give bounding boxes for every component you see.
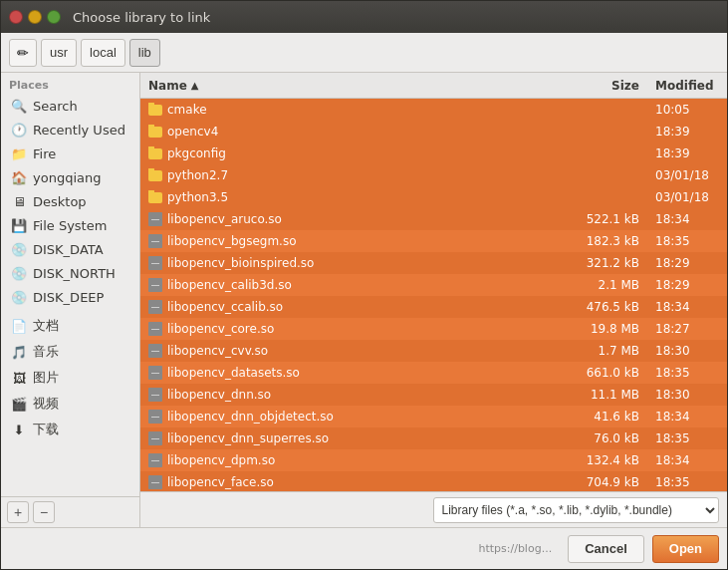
file-modified-cell: 18:35 [647, 431, 727, 445]
minimize-button[interactable] [28, 10, 42, 24]
folder-icon [148, 127, 162, 138]
table-row[interactable]: python2.7 03/01/18 [140, 164, 727, 186]
file-name-cell: libopencv_dnn.so [140, 388, 568, 402]
file-modified-cell: 18:35 [647, 475, 727, 489]
table-row[interactable]: libopencv_calib3d.so 2.1 MB 18:29 [140, 274, 727, 296]
sidebar-item-disk-north[interactable]: 💿 DISK_NORTH [3, 261, 137, 285]
table-row[interactable]: opencv4 18:39 [140, 121, 727, 142]
sidebar-item-videos[interactable]: 🎬 视频 [3, 391, 137, 417]
table-row[interactable]: python3.5 03/01/18 [140, 186, 727, 208]
file-name-cell: libopencv_ccalib.so [140, 300, 568, 314]
sidebar-item-pictures[interactable]: 🖼 图片 [3, 365, 137, 391]
pencil-icon: ✏ [17, 45, 29, 61]
sidebar-item-downloads[interactable]: ⬇ 下载 [3, 417, 137, 442]
path-lib-button[interactable]: lib [129, 39, 160, 67]
table-row[interactable]: libopencv_dpm.so 132.4 kB 18:34 [140, 449, 727, 471]
path-usr-button[interactable]: usr [41, 39, 77, 67]
sidebar-item-documents[interactable]: 📄 文档 [3, 313, 137, 339]
table-row[interactable]: libopencv_ccalib.so 476.5 kB 18:34 [140, 296, 727, 318]
file-size-cell: 19.8 MB [568, 322, 647, 336]
file-name-cell: libopencv_dnn_objdetect.so [140, 410, 568, 424]
home-icon: 🏠 [11, 169, 27, 185]
file-name-cell: pkgconfig [140, 146, 568, 160]
table-row[interactable]: libopencv_cvv.so 1.7 MB 18:30 [140, 340, 727, 362]
sidebar: Places 🔍 Search 🕐 Recently Used 📁 Fire 🏠… [1, 73, 140, 527]
sidebar-item-disk-deep-label: DISK_DEEP [33, 290, 104, 305]
file-filter-dropdown[interactable]: Library files (*.a, *.so, *.lib, *.dylib… [433, 497, 720, 523]
table-row[interactable]: pkgconfig 18:39 [140, 142, 727, 164]
so-file-icon [148, 256, 162, 270]
file-modified-cell: 18:27 [647, 322, 727, 336]
table-row[interactable]: cmake 10:05 [140, 99, 727, 121]
file-size-cell: 704.9 kB [568, 475, 647, 489]
file-size-cell: 522.1 kB [568, 212, 647, 226]
so-file-icon [148, 410, 162, 424]
sidebar-bottom: + − [1, 496, 139, 527]
file-modified-cell: 18:34 [647, 300, 727, 314]
titlebar: Choose library to link [1, 1, 727, 33]
documents-icon: 📄 [11, 318, 27, 334]
so-file-icon [148, 234, 162, 248]
sort-arrow-icon: ▲ [191, 80, 199, 91]
sidebar-item-desktop[interactable]: 🖥 Desktop [3, 189, 137, 213]
table-row[interactable]: libopencv_dnn_objdetect.so 41.6 kB 18:34 [140, 406, 727, 428]
table-row[interactable]: libopencv_bgsegm.so 182.3 kB 18:35 [140, 230, 727, 252]
sidebar-item-disk-deep[interactable]: 💿 DISK_DEEP [3, 285, 137, 309]
recently-used-icon: 🕐 [11, 122, 27, 138]
sidebar-item-disk-data[interactable]: 💿 DISK_DATA [3, 237, 137, 261]
so-file-icon [148, 453, 162, 467]
table-row[interactable]: libopencv_datasets.so 661.0 kB 18:35 [140, 362, 727, 384]
so-file-icon [148, 300, 162, 314]
so-file-icon [148, 212, 162, 226]
sidebar-item-recently-used[interactable]: 🕐 Recently Used [3, 118, 137, 142]
path-usr-label: usr [50, 45, 68, 60]
sidebar-item-yongqiang-label: yongqiang [33, 170, 101, 185]
plus-icon: + [14, 504, 22, 520]
sidebar-item-music-label: 音乐 [33, 343, 59, 361]
open-button[interactable]: Open [652, 535, 719, 563]
table-row[interactable]: libopencv_aruco.so 522.1 kB 18:34 [140, 208, 727, 230]
remove-bookmark-button[interactable]: − [33, 501, 55, 523]
file-modified-cell: 18:35 [647, 366, 727, 380]
sidebar-item-fire[interactable]: 📁 Fire [3, 142, 137, 165]
path-local-button[interactable]: local [81, 39, 125, 67]
table-row[interactable]: libopencv_bioinspired.so 321.2 kB 18:29 [140, 252, 727, 274]
table-row[interactable]: libopencv_face.so 704.9 kB 18:35 [140, 471, 727, 491]
cancel-button[interactable]: Cancel [568, 535, 644, 563]
column-name-label: Name [148, 79, 187, 93]
so-file-icon [148, 475, 162, 489]
table-row[interactable]: libopencv_core.so 19.8 MB 18:27 [140, 318, 727, 340]
file-name-cell: python3.5 [140, 190, 568, 204]
sidebar-section-label: Places [1, 73, 139, 94]
sidebar-item-search-label: Search [33, 99, 78, 114]
add-bookmark-button[interactable]: + [7, 501, 29, 523]
edit-location-button[interactable]: ✏ [9, 39, 37, 67]
disk-north-icon: 💿 [11, 265, 27, 281]
file-modified-cell: 18:30 [647, 388, 727, 402]
column-modified[interactable]: Modified [647, 79, 727, 93]
file-size-cell: 661.0 kB [568, 366, 647, 380]
file-size-cell: 321.2 kB [568, 256, 647, 270]
column-name[interactable]: Name ▲ [140, 79, 568, 93]
sidebar-item-search[interactable]: 🔍 Search [3, 94, 137, 118]
file-size-cell: 41.6 kB [568, 410, 647, 424]
sidebar-item-filesystem-label: File System [33, 218, 107, 233]
column-size[interactable]: Size [568, 79, 647, 93]
window-title: Choose library to link [73, 10, 210, 25]
so-file-icon [148, 388, 162, 402]
sidebar-item-desktop-label: Desktop [33, 194, 87, 209]
maximize-button[interactable] [47, 10, 61, 24]
desktop-icon: 🖥 [11, 193, 27, 209]
path-local-label: local [90, 45, 117, 60]
table-row[interactable]: libopencv_dnn_superres.so 76.0 kB 18:35 [140, 428, 727, 449]
filesystem-icon: 💾 [11, 217, 27, 233]
close-button[interactable] [9, 10, 23, 24]
bottom-bar: https://blog... Cancel Open [1, 527, 727, 569]
file-size-cell: 2.1 MB [568, 278, 647, 292]
sidebar-item-disk-north-label: DISK_NORTH [33, 266, 116, 281]
sidebar-item-music[interactable]: 🎵 音乐 [3, 339, 137, 365]
sidebar-item-filesystem[interactable]: 💾 File System [3, 213, 137, 237]
sidebar-item-yongqiang[interactable]: 🏠 yongqiang [3, 165, 137, 189]
table-row[interactable]: libopencv_dnn.so 11.1 MB 18:30 [140, 384, 727, 406]
window-controls [9, 10, 61, 24]
